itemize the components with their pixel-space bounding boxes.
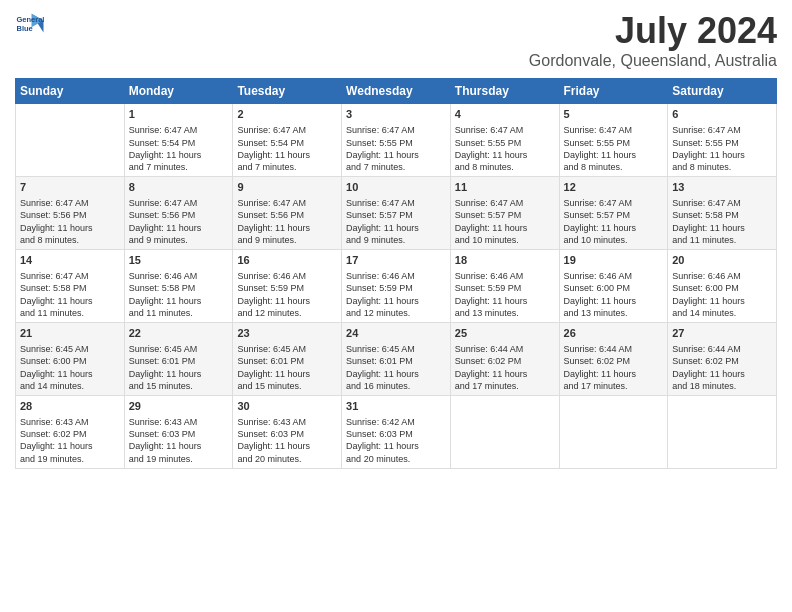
day-number: 16 <box>237 253 337 268</box>
calendar-cell: 27Sunrise: 6:44 AMSunset: 6:02 PMDayligh… <box>668 322 777 395</box>
col-header-wednesday: Wednesday <box>342 79 451 104</box>
day-content: Sunrise: 6:45 AMSunset: 6:01 PMDaylight:… <box>346 343 446 392</box>
calendar-cell: 10Sunrise: 6:47 AMSunset: 5:57 PMDayligh… <box>342 176 451 249</box>
calendar-cell: 5Sunrise: 6:47 AMSunset: 5:55 PMDaylight… <box>559 104 668 177</box>
day-number: 20 <box>672 253 772 268</box>
day-number: 26 <box>564 326 664 341</box>
day-content: Sunrise: 6:47 AMSunset: 5:58 PMDaylight:… <box>20 270 120 319</box>
calendar-cell: 21Sunrise: 6:45 AMSunset: 6:00 PMDayligh… <box>16 322 125 395</box>
calendar-cell <box>559 395 668 468</box>
day-number: 7 <box>20 180 120 195</box>
calendar-cell: 28Sunrise: 6:43 AMSunset: 6:02 PMDayligh… <box>16 395 125 468</box>
day-content: Sunrise: 6:44 AMSunset: 6:02 PMDaylight:… <box>455 343 555 392</box>
day-content: Sunrise: 6:47 AMSunset: 5:55 PMDaylight:… <box>564 124 664 173</box>
day-content: Sunrise: 6:47 AMSunset: 5:56 PMDaylight:… <box>20 197 120 246</box>
calendar-cell: 17Sunrise: 6:46 AMSunset: 5:59 PMDayligh… <box>342 249 451 322</box>
day-content: Sunrise: 6:46 AMSunset: 5:58 PMDaylight:… <box>129 270 229 319</box>
calendar-cell: 4Sunrise: 6:47 AMSunset: 5:55 PMDaylight… <box>450 104 559 177</box>
svg-text:Blue: Blue <box>17 24 33 33</box>
header-row: SundayMondayTuesdayWednesdayThursdayFrid… <box>16 79 777 104</box>
calendar-cell: 2Sunrise: 6:47 AMSunset: 5:54 PMDaylight… <box>233 104 342 177</box>
day-number: 18 <box>455 253 555 268</box>
day-content: Sunrise: 6:43 AMSunset: 6:03 PMDaylight:… <box>129 416 229 465</box>
day-number: 13 <box>672 180 772 195</box>
day-content: Sunrise: 6:43 AMSunset: 6:03 PMDaylight:… <box>237 416 337 465</box>
main-title: July 2024 <box>529 10 777 52</box>
day-number: 21 <box>20 326 120 341</box>
day-number: 11 <box>455 180 555 195</box>
day-number: 1 <box>129 107 229 122</box>
calendar-row-3: 21Sunrise: 6:45 AMSunset: 6:00 PMDayligh… <box>16 322 777 395</box>
day-number: 15 <box>129 253 229 268</box>
day-number: 23 <box>237 326 337 341</box>
day-number: 5 <box>564 107 664 122</box>
day-number: 6 <box>672 107 772 122</box>
calendar-cell: 1Sunrise: 6:47 AMSunset: 5:54 PMDaylight… <box>124 104 233 177</box>
col-header-sunday: Sunday <box>16 79 125 104</box>
day-number: 17 <box>346 253 446 268</box>
day-number: 27 <box>672 326 772 341</box>
day-content: Sunrise: 6:44 AMSunset: 6:02 PMDaylight:… <box>564 343 664 392</box>
calendar-cell: 18Sunrise: 6:46 AMSunset: 5:59 PMDayligh… <box>450 249 559 322</box>
day-content: Sunrise: 6:47 AMSunset: 5:54 PMDaylight:… <box>129 124 229 173</box>
day-content: Sunrise: 6:47 AMSunset: 5:56 PMDaylight:… <box>237 197 337 246</box>
col-header-friday: Friday <box>559 79 668 104</box>
day-number: 25 <box>455 326 555 341</box>
calendar-cell: 11Sunrise: 6:47 AMSunset: 5:57 PMDayligh… <box>450 176 559 249</box>
calendar-cell: 19Sunrise: 6:46 AMSunset: 6:00 PMDayligh… <box>559 249 668 322</box>
calendar-table: SundayMondayTuesdayWednesdayThursdayFrid… <box>15 78 777 469</box>
day-content: Sunrise: 6:46 AMSunset: 5:59 PMDaylight:… <box>237 270 337 319</box>
calendar-cell: 14Sunrise: 6:47 AMSunset: 5:58 PMDayligh… <box>16 249 125 322</box>
day-content: Sunrise: 6:47 AMSunset: 5:54 PMDaylight:… <box>237 124 337 173</box>
day-number: 2 <box>237 107 337 122</box>
day-content: Sunrise: 6:44 AMSunset: 6:02 PMDaylight:… <box>672 343 772 392</box>
day-content: Sunrise: 6:46 AMSunset: 6:00 PMDaylight:… <box>564 270 664 319</box>
day-number: 22 <box>129 326 229 341</box>
day-number: 24 <box>346 326 446 341</box>
day-content: Sunrise: 6:47 AMSunset: 5:58 PMDaylight:… <box>672 197 772 246</box>
day-content: Sunrise: 6:47 AMSunset: 5:57 PMDaylight:… <box>346 197 446 246</box>
day-number: 10 <box>346 180 446 195</box>
calendar-cell: 15Sunrise: 6:46 AMSunset: 5:58 PMDayligh… <box>124 249 233 322</box>
calendar-cell: 31Sunrise: 6:42 AMSunset: 6:03 PMDayligh… <box>342 395 451 468</box>
logo-icon: General Blue <box>15 10 45 40</box>
day-number: 8 <box>129 180 229 195</box>
calendar-cell: 3Sunrise: 6:47 AMSunset: 5:55 PMDaylight… <box>342 104 451 177</box>
day-number: 3 <box>346 107 446 122</box>
calendar-cell <box>450 395 559 468</box>
calendar-row-0: 1Sunrise: 6:47 AMSunset: 5:54 PMDaylight… <box>16 104 777 177</box>
calendar-cell: 26Sunrise: 6:44 AMSunset: 6:02 PMDayligh… <box>559 322 668 395</box>
day-content: Sunrise: 6:47 AMSunset: 5:55 PMDaylight:… <box>455 124 555 173</box>
day-content: Sunrise: 6:46 AMSunset: 5:59 PMDaylight:… <box>455 270 555 319</box>
day-content: Sunrise: 6:45 AMSunset: 6:00 PMDaylight:… <box>20 343 120 392</box>
calendar-cell: 23Sunrise: 6:45 AMSunset: 6:01 PMDayligh… <box>233 322 342 395</box>
day-content: Sunrise: 6:47 AMSunset: 5:57 PMDaylight:… <box>564 197 664 246</box>
day-number: 30 <box>237 399 337 414</box>
calendar-row-2: 14Sunrise: 6:47 AMSunset: 5:58 PMDayligh… <box>16 249 777 322</box>
day-content: Sunrise: 6:47 AMSunset: 5:55 PMDaylight:… <box>346 124 446 173</box>
calendar-cell: 6Sunrise: 6:47 AMSunset: 5:55 PMDaylight… <box>668 104 777 177</box>
day-content: Sunrise: 6:42 AMSunset: 6:03 PMDaylight:… <box>346 416 446 465</box>
day-number: 9 <box>237 180 337 195</box>
day-number: 28 <box>20 399 120 414</box>
calendar-page: General Blue July 2024 Gordonvale, Queen… <box>0 0 792 612</box>
calendar-cell: 30Sunrise: 6:43 AMSunset: 6:03 PMDayligh… <box>233 395 342 468</box>
page-header: General Blue July 2024 Gordonvale, Queen… <box>15 10 777 70</box>
calendar-cell <box>668 395 777 468</box>
day-content: Sunrise: 6:46 AMSunset: 6:00 PMDaylight:… <box>672 270 772 319</box>
day-number: 31 <box>346 399 446 414</box>
col-header-thursday: Thursday <box>450 79 559 104</box>
day-content: Sunrise: 6:45 AMSunset: 6:01 PMDaylight:… <box>129 343 229 392</box>
calendar-cell: 29Sunrise: 6:43 AMSunset: 6:03 PMDayligh… <box>124 395 233 468</box>
day-content: Sunrise: 6:43 AMSunset: 6:02 PMDaylight:… <box>20 416 120 465</box>
calendar-cell: 25Sunrise: 6:44 AMSunset: 6:02 PMDayligh… <box>450 322 559 395</box>
calendar-cell: 13Sunrise: 6:47 AMSunset: 5:58 PMDayligh… <box>668 176 777 249</box>
calendar-cell <box>16 104 125 177</box>
day-content: Sunrise: 6:46 AMSunset: 5:59 PMDaylight:… <box>346 270 446 319</box>
calendar-cell: 24Sunrise: 6:45 AMSunset: 6:01 PMDayligh… <box>342 322 451 395</box>
calendar-cell: 9Sunrise: 6:47 AMSunset: 5:56 PMDaylight… <box>233 176 342 249</box>
calendar-cell: 7Sunrise: 6:47 AMSunset: 5:56 PMDaylight… <box>16 176 125 249</box>
day-number: 19 <box>564 253 664 268</box>
calendar-cell: 12Sunrise: 6:47 AMSunset: 5:57 PMDayligh… <box>559 176 668 249</box>
subtitle: Gordonvale, Queensland, Australia <box>529 52 777 70</box>
